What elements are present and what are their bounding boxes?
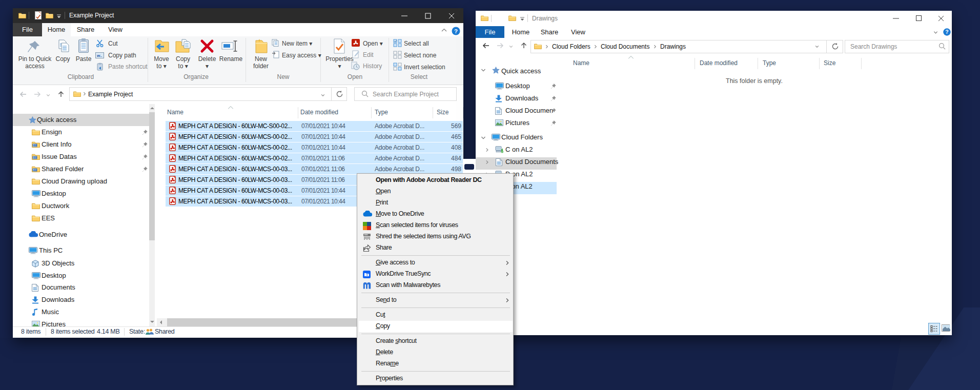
svg-text:?: ? [945, 29, 948, 35]
svg-text:w..: w.. [97, 53, 102, 58]
svg-text:?: ? [454, 28, 458, 34]
